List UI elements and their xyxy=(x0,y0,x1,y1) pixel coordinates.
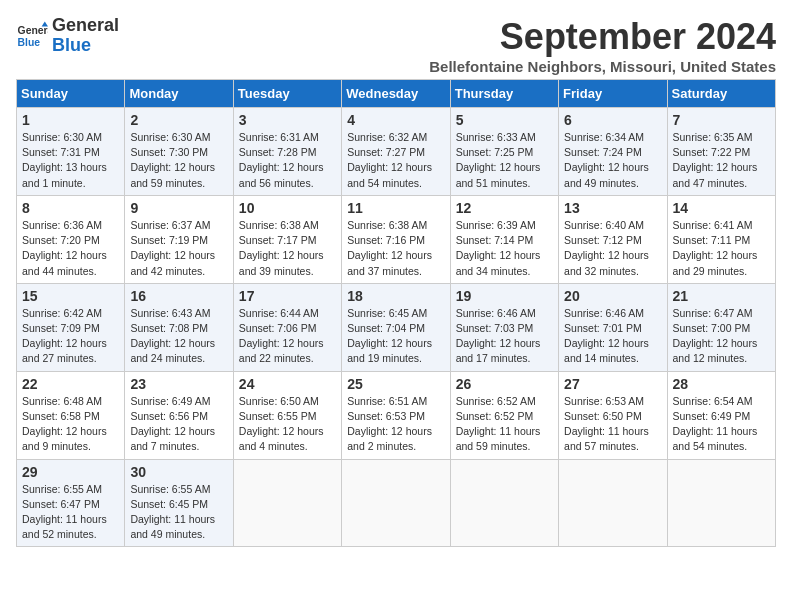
calendar-cell xyxy=(667,459,775,547)
day-info: Sunrise: 6:51 AM Sunset: 6:53 PM Dayligh… xyxy=(347,394,444,455)
day-info: Sunrise: 6:43 AM Sunset: 7:08 PM Dayligh… xyxy=(130,306,227,367)
svg-text:General: General xyxy=(18,25,48,36)
calendar-cell: 25Sunrise: 6:51 AM Sunset: 6:53 PM Dayli… xyxy=(342,371,450,459)
calendar-cell: 19Sunrise: 6:46 AM Sunset: 7:03 PM Dayli… xyxy=(450,283,558,371)
logo: General Blue GeneralBlue xyxy=(16,16,119,56)
calendar-table: SundayMondayTuesdayWednesdayThursdayFrid… xyxy=(16,79,776,547)
day-info: Sunrise: 6:35 AM Sunset: 7:22 PM Dayligh… xyxy=(673,130,770,191)
svg-text:Blue: Blue xyxy=(18,36,41,47)
day-info: Sunrise: 6:55 AM Sunset: 6:47 PM Dayligh… xyxy=(22,482,119,543)
calendar-cell: 30Sunrise: 6:55 AM Sunset: 6:45 PM Dayli… xyxy=(125,459,233,547)
day-number: 13 xyxy=(564,200,661,216)
calendar-cell xyxy=(450,459,558,547)
weekday-header: Saturday xyxy=(667,80,775,108)
calendar-cell: 18Sunrise: 6:45 AM Sunset: 7:04 PM Dayli… xyxy=(342,283,450,371)
page-header: General Blue GeneralBlue September 2024 … xyxy=(16,16,776,75)
calendar-subtitle: Bellefontaine Neighbors, Missouri, Unite… xyxy=(429,58,776,75)
calendar-cell: 27Sunrise: 6:53 AM Sunset: 6:50 PM Dayli… xyxy=(559,371,667,459)
day-number: 1 xyxy=(22,112,119,128)
calendar-cell: 17Sunrise: 6:44 AM Sunset: 7:06 PM Dayli… xyxy=(233,283,341,371)
calendar-cell: 28Sunrise: 6:54 AM Sunset: 6:49 PM Dayli… xyxy=(667,371,775,459)
day-info: Sunrise: 6:30 AM Sunset: 7:30 PM Dayligh… xyxy=(130,130,227,191)
day-number: 24 xyxy=(239,376,336,392)
day-number: 11 xyxy=(347,200,444,216)
day-number: 4 xyxy=(347,112,444,128)
day-info: Sunrise: 6:53 AM Sunset: 6:50 PM Dayligh… xyxy=(564,394,661,455)
calendar-cell: 15Sunrise: 6:42 AM Sunset: 7:09 PM Dayli… xyxy=(17,283,125,371)
day-number: 30 xyxy=(130,464,227,480)
calendar-body: 1Sunrise: 6:30 AM Sunset: 7:31 PM Daylig… xyxy=(17,108,776,547)
day-number: 15 xyxy=(22,288,119,304)
calendar-cell: 2Sunrise: 6:30 AM Sunset: 7:30 PM Daylig… xyxy=(125,108,233,196)
logo-text: GeneralBlue xyxy=(52,16,119,56)
day-info: Sunrise: 6:50 AM Sunset: 6:55 PM Dayligh… xyxy=(239,394,336,455)
calendar-cell: 7Sunrise: 6:35 AM Sunset: 7:22 PM Daylig… xyxy=(667,108,775,196)
day-info: Sunrise: 6:47 AM Sunset: 7:00 PM Dayligh… xyxy=(673,306,770,367)
day-number: 27 xyxy=(564,376,661,392)
day-number: 7 xyxy=(673,112,770,128)
weekday-header: Monday xyxy=(125,80,233,108)
day-info: Sunrise: 6:33 AM Sunset: 7:25 PM Dayligh… xyxy=(456,130,553,191)
calendar-header: SundayMondayTuesdayWednesdayThursdayFrid… xyxy=(17,80,776,108)
day-number: 6 xyxy=(564,112,661,128)
day-info: Sunrise: 6:34 AM Sunset: 7:24 PM Dayligh… xyxy=(564,130,661,191)
calendar-cell xyxy=(559,459,667,547)
calendar-cell: 1Sunrise: 6:30 AM Sunset: 7:31 PM Daylig… xyxy=(17,108,125,196)
day-number: 20 xyxy=(564,288,661,304)
calendar-cell: 14Sunrise: 6:41 AM Sunset: 7:11 PM Dayli… xyxy=(667,195,775,283)
day-info: Sunrise: 6:41 AM Sunset: 7:11 PM Dayligh… xyxy=(673,218,770,279)
day-number: 26 xyxy=(456,376,553,392)
day-number: 3 xyxy=(239,112,336,128)
day-number: 25 xyxy=(347,376,444,392)
calendar-cell xyxy=(233,459,341,547)
weekday-header: Friday xyxy=(559,80,667,108)
svg-marker-2 xyxy=(42,21,48,26)
weekday-header: Tuesday xyxy=(233,80,341,108)
weekday-header: Sunday xyxy=(17,80,125,108)
day-number: 23 xyxy=(130,376,227,392)
day-info: Sunrise: 6:30 AM Sunset: 7:31 PM Dayligh… xyxy=(22,130,119,191)
day-info: Sunrise: 6:40 AM Sunset: 7:12 PM Dayligh… xyxy=(564,218,661,279)
day-info: Sunrise: 6:48 AM Sunset: 6:58 PM Dayligh… xyxy=(22,394,119,455)
calendar-cell: 4Sunrise: 6:32 AM Sunset: 7:27 PM Daylig… xyxy=(342,108,450,196)
calendar-cell: 20Sunrise: 6:46 AM Sunset: 7:01 PM Dayli… xyxy=(559,283,667,371)
calendar-cell: 11Sunrise: 6:38 AM Sunset: 7:16 PM Dayli… xyxy=(342,195,450,283)
day-info: Sunrise: 6:52 AM Sunset: 6:52 PM Dayligh… xyxy=(456,394,553,455)
day-info: Sunrise: 6:38 AM Sunset: 7:17 PM Dayligh… xyxy=(239,218,336,279)
calendar-cell: 12Sunrise: 6:39 AM Sunset: 7:14 PM Dayli… xyxy=(450,195,558,283)
calendar-cell: 22Sunrise: 6:48 AM Sunset: 6:58 PM Dayli… xyxy=(17,371,125,459)
calendar-cell: 9Sunrise: 6:37 AM Sunset: 7:19 PM Daylig… xyxy=(125,195,233,283)
calendar-title: September 2024 xyxy=(429,16,776,58)
day-number: 18 xyxy=(347,288,444,304)
day-info: Sunrise: 6:32 AM Sunset: 7:27 PM Dayligh… xyxy=(347,130,444,191)
calendar-cell: 8Sunrise: 6:36 AM Sunset: 7:20 PM Daylig… xyxy=(17,195,125,283)
day-number: 22 xyxy=(22,376,119,392)
calendar-cell: 13Sunrise: 6:40 AM Sunset: 7:12 PM Dayli… xyxy=(559,195,667,283)
day-info: Sunrise: 6:45 AM Sunset: 7:04 PM Dayligh… xyxy=(347,306,444,367)
day-number: 19 xyxy=(456,288,553,304)
calendar-week-row: 1Sunrise: 6:30 AM Sunset: 7:31 PM Daylig… xyxy=(17,108,776,196)
calendar-cell: 21Sunrise: 6:47 AM Sunset: 7:00 PM Dayli… xyxy=(667,283,775,371)
calendar-cell: 26Sunrise: 6:52 AM Sunset: 6:52 PM Dayli… xyxy=(450,371,558,459)
day-info: Sunrise: 6:54 AM Sunset: 6:49 PM Dayligh… xyxy=(673,394,770,455)
day-number: 8 xyxy=(22,200,119,216)
calendar-week-row: 15Sunrise: 6:42 AM Sunset: 7:09 PM Dayli… xyxy=(17,283,776,371)
day-info: Sunrise: 6:44 AM Sunset: 7:06 PM Dayligh… xyxy=(239,306,336,367)
day-number: 17 xyxy=(239,288,336,304)
day-info: Sunrise: 6:42 AM Sunset: 7:09 PM Dayligh… xyxy=(22,306,119,367)
day-info: Sunrise: 6:49 AM Sunset: 6:56 PM Dayligh… xyxy=(130,394,227,455)
calendar-cell: 24Sunrise: 6:50 AM Sunset: 6:55 PM Dayli… xyxy=(233,371,341,459)
calendar-cell: 16Sunrise: 6:43 AM Sunset: 7:08 PM Dayli… xyxy=(125,283,233,371)
calendar-cell: 29Sunrise: 6:55 AM Sunset: 6:47 PM Dayli… xyxy=(17,459,125,547)
day-number: 29 xyxy=(22,464,119,480)
day-info: Sunrise: 6:46 AM Sunset: 7:01 PM Dayligh… xyxy=(564,306,661,367)
day-info: Sunrise: 6:55 AM Sunset: 6:45 PM Dayligh… xyxy=(130,482,227,543)
day-info: Sunrise: 6:38 AM Sunset: 7:16 PM Dayligh… xyxy=(347,218,444,279)
day-number: 14 xyxy=(673,200,770,216)
calendar-week-row: 29Sunrise: 6:55 AM Sunset: 6:47 PM Dayli… xyxy=(17,459,776,547)
calendar-cell xyxy=(342,459,450,547)
calendar-cell: 5Sunrise: 6:33 AM Sunset: 7:25 PM Daylig… xyxy=(450,108,558,196)
day-number: 16 xyxy=(130,288,227,304)
calendar-cell: 6Sunrise: 6:34 AM Sunset: 7:24 PM Daylig… xyxy=(559,108,667,196)
weekday-header: Thursday xyxy=(450,80,558,108)
